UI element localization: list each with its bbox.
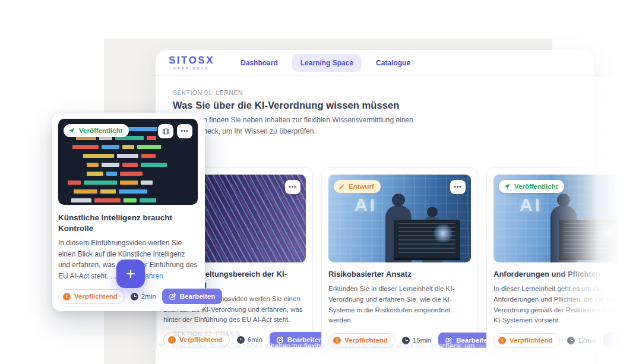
course-card-image: AI Veröffentlicht ••• xyxy=(493,175,636,262)
more-options-icon[interactable]: ••• xyxy=(450,180,466,194)
more-options-icon[interactable]: ••• xyxy=(615,180,631,194)
course-card-footer: !Verpflichtend 12min Bearbeiten xyxy=(493,333,636,348)
nav-learning-space[interactable]: Learning Space xyxy=(292,54,362,72)
published-status-badge: Veröffentlicht xyxy=(499,180,564,193)
clock-icon xyxy=(131,293,138,300)
top-navbar: SITOSX XPERIENCE Dashboard Learning Spac… xyxy=(156,50,594,76)
course-card-anforderungen[interactable]: AI Veröffentlicht ••• Anforderungen und … xyxy=(486,167,636,355)
published-status-badge: Veröffentlicht xyxy=(64,124,129,137)
nav-items: Dashboard Learning Space Catalogue xyxy=(232,54,419,72)
section2-kicker: SEKTION 02: PRAXIS xyxy=(173,330,505,337)
app-window: SITOSX XPERIENCE Dashboard Learning Spac… xyxy=(156,50,594,364)
draft-status-badge: Entwurf xyxy=(334,180,381,193)
brand-tagline: XPERIENCE xyxy=(173,67,209,70)
mandatory-badge: !Verpflichtend xyxy=(58,289,125,304)
film-icon xyxy=(162,128,170,135)
paper-plane-icon xyxy=(68,127,75,134)
paper-plane-icon xyxy=(504,183,511,190)
course-card-description: Erkunden Sie in dieser Lerneinheit die K… xyxy=(328,284,471,326)
featured-card-image: Veröffentlicht ••• xyxy=(58,119,198,205)
course-card-image: AI Entwurf ••• xyxy=(328,175,471,262)
section1-header: SEKTION 01: LERNEN Was Sie über die KI-V… xyxy=(173,89,433,137)
section2-collapse-chevron-icon[interactable] xyxy=(157,341,166,349)
section1-title: Was Sie über die KI-Verordnung wissen mü… xyxy=(173,100,433,111)
more-options-icon[interactable]: ••• xyxy=(285,180,300,194)
edit-button[interactable]: Bearbeiten xyxy=(603,333,636,348)
course-card-title: Anforderungen und Pflichten xyxy=(493,270,636,280)
more-options-icon[interactable]: ••• xyxy=(177,124,192,138)
ai-image-text: AI xyxy=(520,195,542,215)
duration-label: 12min xyxy=(567,337,596,344)
laptop-shape xyxy=(559,220,625,258)
edit-pencil-icon xyxy=(610,337,618,344)
nav-catalogue[interactable]: Catalogue xyxy=(368,54,419,72)
featured-card-footer: !Verpflichtend 2min Bearbeiten xyxy=(58,289,198,304)
edit-button[interactable]: Bearbeiten xyxy=(162,289,222,304)
main-content: SEKTION 01: LERNEN Was Sie über die KI-V… xyxy=(156,76,594,363)
section1-description: Hier finden finden Sie neben Inhalten zu… xyxy=(173,115,433,137)
edit-pencil-icon xyxy=(169,293,176,300)
course-card-description: In dieser Lerneinheit geht es um die Anf… xyxy=(493,284,636,326)
video-content-icon[interactable] xyxy=(158,124,173,138)
ai-image-text: AI xyxy=(355,195,377,215)
brand-name: SITOSX xyxy=(169,55,214,65)
course-card-risikobasierter-ansatz[interactable]: AI Entwurf ••• Risikobasierter Ansatz Er… xyxy=(321,167,478,355)
add-content-button[interactable]: + xyxy=(116,259,145,288)
laptop-shape xyxy=(394,220,460,258)
duration-label: 2min xyxy=(131,293,156,300)
featured-card-title: Künstliche Intelligenz braucht Kontrolle xyxy=(58,213,198,233)
section2-description: Hier finden finden Sie neben Inhalten zu… xyxy=(173,341,505,352)
brand-logo[interactable]: SITOSX XPERIENCE xyxy=(169,55,214,70)
course-cards-row: ••• Ziele und Geltungsbereich der KI-Ver… xyxy=(156,167,636,355)
pencil-icon xyxy=(338,183,345,190)
section2-header: SEKTION 02: PRAXIS Hier finden finden Si… xyxy=(173,330,505,352)
section1-kicker: SEKTION 01: LERNEN xyxy=(173,89,433,96)
course-card-title: Risikobasierter Ansatz xyxy=(328,270,471,280)
exclamation-icon: ! xyxy=(63,293,71,300)
nav-dashboard[interactable]: Dashboard xyxy=(232,54,286,72)
screen: SITOSX XPERIENCE Dashboard Learning Spac… xyxy=(0,0,636,364)
clock-icon xyxy=(567,337,575,344)
